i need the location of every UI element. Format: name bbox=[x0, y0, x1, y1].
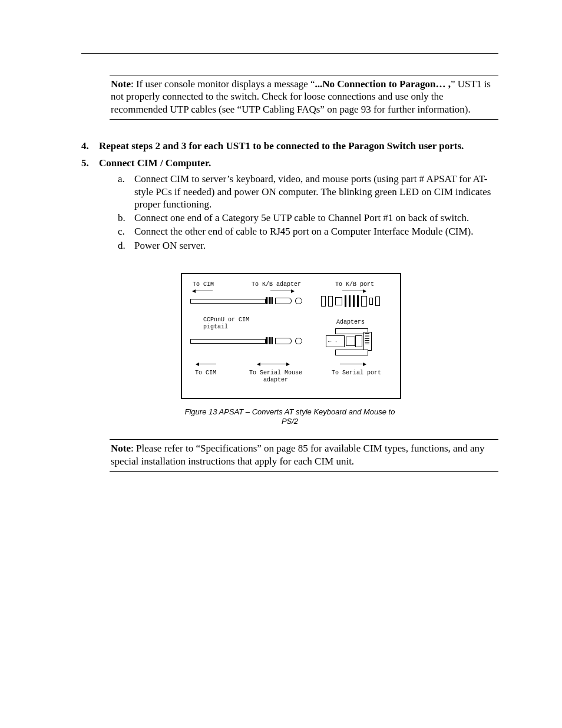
step-4-text: Repeat steps 2 and 3 for each UST1 to be… bbox=[99, 140, 464, 151]
substep-a: a. Connect CIM to server’s keyboard, vid… bbox=[118, 173, 498, 210]
note1-before: : If user console monitor displays a mes… bbox=[131, 78, 315, 90]
adp-conn-pins bbox=[365, 333, 369, 345]
substep-a-text: Connect CIM to server’s keyboard, video,… bbox=[134, 173, 491, 210]
arrow-top-mid bbox=[270, 291, 294, 291]
adp-mid1 bbox=[346, 337, 355, 346]
lbl-top-left: To CIM bbox=[193, 281, 214, 289]
note2-label: Note bbox=[111, 443, 131, 454]
substep-c-text: Connect the other end of cable to RJ45 p… bbox=[134, 226, 473, 237]
lbl-top-mid: To K/B adapter bbox=[252, 281, 301, 289]
steps-list: 4. Repeat steps 2 and 3 for each UST1 to… bbox=[81, 140, 498, 252]
arrow-bot-left bbox=[196, 364, 216, 364]
note2-text: : Please refer to “Specifications” on pa… bbox=[111, 443, 484, 466]
substep-a-letter: a. bbox=[118, 173, 125, 185]
plug-mid-b bbox=[295, 338, 302, 344]
step-5-num: 5. bbox=[81, 157, 89, 169]
figure-13: To CIM To K/B adapter To K/B port bbox=[181, 273, 399, 427]
arrow-bot-right bbox=[340, 364, 366, 364]
lbl-bot-right: To Serial port bbox=[332, 370, 381, 377]
substep-b: b. Connect one end of a Category 5e UTP … bbox=[118, 212, 498, 224]
substep-d-text: Power ON server. bbox=[134, 240, 206, 251]
adp-arrow-icon: ← · bbox=[328, 339, 338, 345]
arrow-bot-mid bbox=[257, 364, 289, 364]
step-5-text: Connect CIM / Computer. bbox=[99, 157, 211, 169]
kb-port bbox=[321, 295, 380, 307]
cable-mid bbox=[190, 339, 266, 344]
step-5: 5. Connect CIM / Computer. a. Connect CI… bbox=[81, 157, 498, 252]
substep-b-letter: b. bbox=[118, 212, 125, 224]
plug-top-b bbox=[295, 298, 302, 304]
plug-mid-a bbox=[275, 338, 292, 344]
substep-b-text: Connect one end of a Category 5e UTP cab… bbox=[134, 212, 469, 223]
arrow-top-left bbox=[193, 291, 213, 291]
lbl-mid-right: Adapters bbox=[336, 319, 365, 327]
cable-top bbox=[190, 299, 266, 304]
arrow-top-right bbox=[342, 291, 366, 291]
substep-c-letter: c. bbox=[118, 225, 125, 238]
note-box-2: Note: Please refer to “Specifications” o… bbox=[110, 439, 498, 472]
header-rule bbox=[81, 53, 498, 54]
figure-caption: Figure 13 APSAT – Converts AT style Keyb… bbox=[181, 407, 399, 427]
lbl-bot-left: To CIM bbox=[195, 370, 216, 377]
note-box-1: Note: If user console monitor displays a… bbox=[110, 75, 498, 120]
coil-top bbox=[266, 297, 273, 304]
substeps-list: a. Connect CIM to server’s keyboard, vid… bbox=[118, 173, 498, 252]
coil-mid bbox=[266, 337, 273, 344]
lbl-mid-left: CCPnnU or CIM pigtail bbox=[203, 317, 249, 331]
lbl-bot-mid: To Serial Mouse adapter bbox=[249, 370, 302, 384]
adp-mid2 bbox=[355, 335, 362, 347]
step-4: 4. Repeat steps 2 and 3 for each UST1 to… bbox=[81, 140, 498, 152]
substep-d: d. Power ON server. bbox=[118, 239, 498, 252]
diagram-box: To CIM To K/B adapter To K/B port bbox=[181, 273, 401, 399]
adp-bar-bot bbox=[335, 350, 368, 355]
substep-d-letter: d. bbox=[118, 239, 125, 252]
substep-c: c. Connect the other end of cable to RJ4… bbox=[118, 225, 498, 238]
step-4-num: 4. bbox=[81, 140, 89, 152]
lbl-top-right: To K/B port bbox=[335, 281, 374, 289]
plug-top-a bbox=[275, 298, 292, 304]
note1-bold: ...No Connection to Paragon… , bbox=[315, 78, 451, 90]
note-label: Note bbox=[111, 78, 131, 90]
